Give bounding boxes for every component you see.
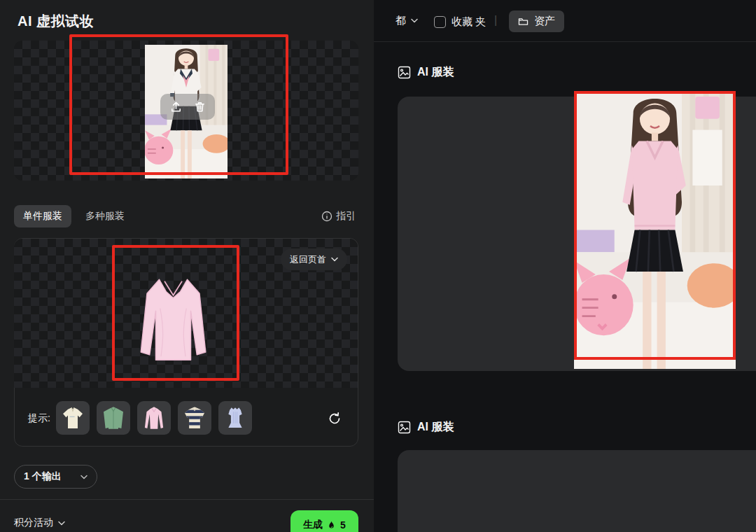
generate-cost: 5 [340,519,346,531]
results-top-bar: 都 收藏 夹 | 资产 [374,0,756,42]
left-panel: AI 虚拟试妆 [0,0,374,532]
hint-thumbnail-cream-polo[interactable] [56,401,90,435]
hint-thumbnail-green-jacket[interactable] [97,401,130,435]
image-icon [398,66,411,79]
assets-label: 资产 [534,15,555,28]
tab-multiple-garments[interactable]: 多种服装 [85,210,125,223]
ruffle-top-icon [220,403,250,433]
image-icon [398,421,411,434]
striped-sweater-icon [180,403,209,433]
chevron-down-icon [58,521,65,526]
back-to-top-button[interactable]: 返回页首 [281,248,347,270]
chevron-down-icon [331,257,338,262]
output-count-label: 1 个输出 [24,470,62,483]
back-to-top-label: 返回页首 [290,253,326,266]
right-panel: 都 收藏 夹 | 资产 AI 服装 [374,0,756,532]
info-icon [321,211,332,222]
favorites-checkbox[interactable] [434,16,446,28]
hint-thumbnail-striped-sweater[interactable] [178,401,211,435]
result-section-title: AI 服装 [417,420,454,435]
chevron-down-icon [80,475,88,479]
guide-label: 指引 [336,210,356,223]
tab-single-garment[interactable]: 单件服装 [14,205,71,227]
header-separator: | [494,14,497,27]
hint-thumbnail-pink-top[interactable] [137,401,171,435]
filter-dropdown[interactable]: 都 [396,14,418,27]
refresh-icon [327,411,342,426]
result-section-header-2: AI 服装 [398,420,454,435]
assets-button[interactable]: 资产 [509,10,564,32]
result-illustration [574,91,736,369]
filter-label: 都 [396,14,406,27]
chevron-down-icon [411,18,418,23]
favorites-label: 收藏 夹 [451,15,486,29]
bottom-bar-divider [0,499,374,500]
jacket-icon [99,403,128,433]
result-section-header-1: AI 服装 [398,65,454,80]
points-activity-label: 积分活动 [14,517,53,529]
refresh-hints-button[interactable] [327,411,342,426]
generate-button[interactable]: 生成 5 [290,510,358,532]
result-card-2 [398,450,756,532]
hint-label: 提示: [28,412,50,425]
garment-image-pink-top[interactable] [130,258,217,377]
model-photo-toolbar [160,94,215,120]
points-activity-dropdown[interactable]: 积分活动 [14,517,65,529]
upload-icon[interactable] [169,100,183,113]
polo-shirt-icon [58,403,88,433]
app-window: AI 虚拟试妆 [0,0,756,532]
output-count-select[interactable]: 1 个输出 [14,465,97,489]
page-title: AI 虚拟试妆 [18,12,94,31]
generate-label: 生成 [303,519,323,531]
result-section-title: AI 服装 [417,65,454,80]
trash-icon[interactable] [193,100,206,113]
garment-illustration [130,258,217,377]
guide-link[interactable]: 指引 [321,210,356,223]
folder-icon [518,17,528,26]
pink-top-icon [139,403,169,433]
hint-thumbnail-lavender-top[interactable] [218,401,252,435]
flame-icon [327,520,336,531]
result-image[interactable] [574,91,736,369]
